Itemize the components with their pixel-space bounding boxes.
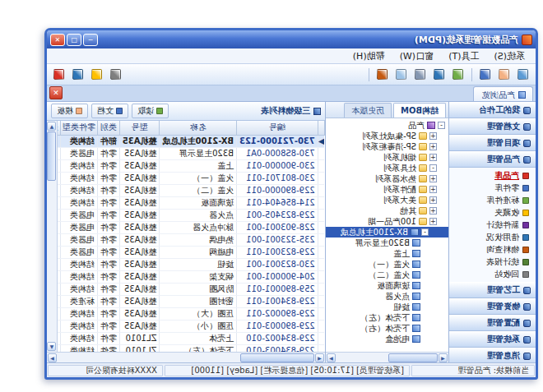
scroll-up-icon[interactable]: ▲ [48, 122, 57, 131]
preview-button[interactable] [393, 67, 410, 83]
nav-group-6[interactable]: 配置管理 [449, 315, 536, 331]
table-row[interactable]: 230-900000-011上盖整机A35零件结构类外购件个 [58, 159, 325, 172]
tree-node-2[interactable]: +SP-消毒柜系列 [326, 141, 448, 152]
list-button-0[interactable]: 读取 [132, 104, 169, 118]
tree-node-3[interactable]: +烟机系列 [326, 152, 448, 163]
tree-node-5[interactable]: +热水器系列 [326, 173, 448, 184]
refresh-button[interactable] [450, 67, 466, 83]
table-row[interactable]: 229-823405-001点火器整机A35零件电器类外购件个 [58, 209, 325, 221]
expander-plus-icon[interactable]: + [429, 207, 437, 214]
lock-button[interactable] [89, 67, 105, 83]
table-row[interactable]: 228-903001-001脉冲点火器整机A35零件电器类外购件个 [58, 221, 325, 233]
expander-plus-icon[interactable]: + [429, 218, 437, 225]
tree-scroll-thumb[interactable] [388, 353, 438, 362]
column-header-ptype[interactable]: 零件类型 [60, 121, 97, 135]
scroll-right-icon[interactable]: ▶ [48, 353, 57, 362]
scroll-down-icon[interactable]: ▼ [48, 342, 57, 351]
nav-item-3-2[interactable]: 标准件库 [449, 194, 536, 206]
tree-node-8[interactable]: +其他 [326, 205, 448, 216]
maximize-button[interactable]: □ [67, 34, 81, 46]
nav-item-3-8[interactable]: 回收站 [449, 268, 536, 280]
column-header-src[interactable]: 来源方式 [58, 121, 60, 135]
column-header-code[interactable]: 编号 [237, 121, 318, 135]
table-row[interactable]: 229-890002-011压圈（大）整机A35零件结构类外购件个 [58, 307, 325, 320]
tree-node-0[interactable]: -产品 [326, 120, 448, 131]
menu-item-2[interactable]: 窗口(W) [392, 49, 441, 63]
new-button[interactable] [515, 67, 531, 83]
tree-node-10[interactable]: -BX-2100主机总成 [326, 227, 448, 238]
expander-plus-icon[interactable]: + [429, 175, 437, 182]
scroll-left-icon[interactable]: ◀ [439, 353, 448, 362]
nav-item-3-7[interactable]: 统计报表 [449, 256, 536, 268]
tree-tab-1[interactable]: 历史版本 [344, 103, 392, 118]
tree-node-7[interactable]: +美大系列 [326, 195, 448, 205]
expander-plus-icon[interactable]: + [429, 132, 437, 140]
column-header-name[interactable]: 名称 [160, 121, 237, 135]
minimize-button[interactable]: ─ [83, 34, 98, 46]
tree-node-13[interactable]: 火盖（一） [326, 259, 448, 270]
tree-horizontal-scrollbar[interactable]: ◀ ▶ [326, 352, 448, 362]
nav-item-3-1[interactable]: 零件库 [449, 182, 536, 194]
nav-item-3-3[interactable]: 收藏夹 [449, 206, 536, 219]
search-button[interactable] [431, 67, 448, 83]
tree-tab-0[interactable]: 结构BOM [393, 103, 446, 118]
table-row[interactable]: 230-801701-011火盖（一）整机A35零件结构类外购件个 [58, 172, 325, 184]
table-row[interactable]: 229-890000-011火盖（二）整机A35零件结构类外购件个 [58, 184, 325, 196]
nav-item-3-6[interactable]: 物料查询 [449, 243, 536, 256]
menu-item-0[interactable]: 系统(S) [486, 49, 532, 63]
export-button[interactable] [374, 67, 391, 83]
table-row[interactable]: 229-834003-010下壳体（左）ZL1010零件结构类自制件个 [58, 344, 325, 352]
tree-node-12[interactable]: 上盖 [326, 248, 448, 259]
expander-plus-icon[interactable]: + [429, 196, 437, 204]
table-row[interactable]: 229-823001-011电磁阀整机A35零件电器类外购件个 [58, 246, 325, 258]
open-button[interactable] [496, 67, 513, 83]
table-row[interactable]: 730-8S8000-0A1B320主显示屏整机A35零件电器类外购件个 [58, 147, 325, 159]
tree-node-15[interactable]: 玻璃面板 [326, 280, 448, 291]
tree-node-1[interactable]: +SP-集成灶系列 [326, 131, 448, 141]
table-row[interactable]: 229-834002-010上壳体ZL1010零件结构类自制件个 [58, 332, 325, 344]
expander-plus-icon[interactable]: + [429, 154, 437, 161]
menu-item-3[interactable]: 帮助(H) [346, 49, 392, 63]
tab-close-button[interactable]: ✕ [49, 86, 63, 99]
titlebar[interactable]: 产品数据管理系统(PDM) ─□✕ [47, 30, 536, 48]
tree-node-4[interactable]: -灶具系列 [326, 163, 448, 173]
table-row[interactable]: 229-890003-011压圈（小）整机A35零件结构类外购件个 [58, 320, 325, 332]
table-row[interactable]: ▶730-721000-123BX-2100主机总成整机A35部件结构类自制件台 [58, 135, 325, 147]
print-button[interactable] [412, 67, 429, 83]
table-row[interactable]: 259-890001-011防风圈整机A35零件结构类外购件个 [58, 283, 325, 295]
save-button[interactable] [477, 67, 494, 83]
table-hscroll-thumb[interactable] [240, 353, 314, 362]
nav-group-8[interactable]: 消息管理 [449, 348, 536, 362]
help-button[interactable] [70, 67, 86, 83]
table-row[interactable]: 230-823001-001旋钮整机A35零件结构类外购件个 [58, 258, 325, 270]
nav-group-0[interactable]: 我的工作台 [449, 102, 536, 118]
nav-item-3-4[interactable]: 新件统计 [449, 219, 536, 231]
nav-group-7[interactable]: 系统管理 [449, 331, 536, 348]
nav-group-2[interactable]: 项目管理 [449, 135, 536, 151]
tab-product-browse[interactable]: 产品浏览 [473, 86, 533, 101]
table-vertical-scrollbar[interactable]: ▲ ▼ [47, 121, 58, 352]
table-row[interactable]: 235-323001-001热电偶整机A35零件电器类外购件个 [58, 233, 325, 246]
expander-minus-icon[interactable]: - [438, 122, 445, 129]
tree-node-19[interactable]: 下壳体（右） [326, 323, 448, 334]
column-header-model[interactable]: 型号 [119, 121, 160, 135]
nav-group-5[interactable]: 物资管理 [449, 298, 536, 315]
expander-plus-icon[interactable]: + [429, 186, 437, 193]
expander-minus-icon[interactable]: - [429, 164, 437, 172]
tree-node-17[interactable]: 旋钮 [326, 302, 448, 312]
tree-node-16[interactable]: 点火器 [326, 291, 448, 302]
nav-group-3[interactable]: 产品管理 [449, 151, 536, 168]
list-button-2[interactable]: 模板 [51, 104, 88, 118]
tree-node-14[interactable]: 火盖（二） [326, 270, 448, 280]
column-header-ind[interactable] [318, 121, 324, 135]
nav-item-3-5[interactable]: 借用状况 [449, 231, 536, 243]
expander-minus-icon[interactable]: - [421, 228, 429, 236]
nav-group-1[interactable]: 文档管理 [449, 118, 536, 135]
list-button-1[interactable]: 文档 [91, 104, 128, 118]
scroll-left-icon[interactable]: ◀ [315, 353, 324, 362]
tree-node-9[interactable]: +100产品一期 [326, 216, 448, 227]
exit-button[interactable] [51, 67, 67, 83]
table-horizontal-scrollbar[interactable]: ◀ ▶ [47, 352, 325, 362]
tree-node-18[interactable]: 下壳体（左） [326, 312, 448, 323]
table-row[interactable]: 204-900001-001锅支架整机A35零件结构类外购件个 [58, 270, 325, 283]
